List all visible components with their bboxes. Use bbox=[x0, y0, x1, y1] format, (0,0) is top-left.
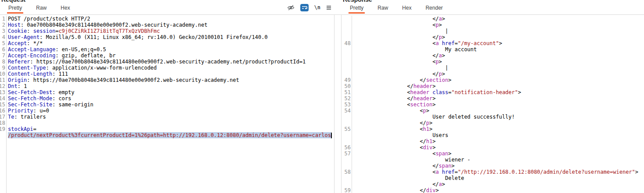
line-number bbox=[342, 59, 352, 65]
code-line: /product/nextProduct%3fcurrentProductId=… bbox=[0, 132, 334, 138]
line-number bbox=[342, 16, 352, 22]
code-line: wiener - bbox=[342, 157, 644, 163]
code-line: 5Accept: */* bbox=[0, 40, 334, 46]
code-line: 50 </header> bbox=[342, 83, 644, 89]
line-number: 50 bbox=[342, 83, 352, 89]
wrap-lines-icon[interactable] bbox=[300, 4, 309, 11]
line-number: 54 bbox=[342, 108, 352, 114]
line-number: 51 bbox=[342, 89, 352, 95]
code-line: Users bbox=[342, 132, 644, 138]
tab-raw[interactable]: Raw bbox=[376, 4, 389, 14]
tab-pretty[interactable]: Pretty bbox=[349, 4, 365, 14]
selected-text: /product/nextProduct%3fcurrentProductId=… bbox=[8, 132, 331, 138]
code-line: 55 <h1> bbox=[342, 126, 644, 132]
code-line: 11Origin: https://0ae700b8048e349c811448… bbox=[0, 77, 334, 83]
code-line: 6Accept-Language: en-US,en;q=0.5 bbox=[0, 46, 334, 53]
line-number: 14 bbox=[0, 95, 6, 102]
code-line: 15Sec-Fetch-Site: same-origin bbox=[0, 102, 334, 108]
code-line: </span> bbox=[342, 163, 644, 169]
code-line: 59 </div> bbox=[342, 187, 644, 193]
eye-slash-icon[interactable] bbox=[287, 4, 295, 11]
line-number: 16 bbox=[0, 108, 6, 114]
request-panel-title: Request bbox=[1, 0, 25, 3]
line-number: 58 bbox=[342, 169, 352, 175]
code-line: 3Cookie: session=c9j0CZiRkI1Z7i8itTqT7Tx… bbox=[0, 28, 334, 34]
code-line: </a> bbox=[342, 53, 644, 59]
line-number: 1 bbox=[0, 16, 6, 22]
nonprintable-chars-icon[interactable]: \n bbox=[314, 4, 320, 11]
line-number: 19 bbox=[0, 126, 6, 132]
code-line: </h1> bbox=[342, 138, 644, 144]
code-line: <p> bbox=[342, 22, 644, 28]
code-line: 51 <header class="notification-header"> bbox=[342, 89, 644, 95]
line-number: 13 bbox=[0, 89, 6, 95]
line-number: 59 bbox=[342, 187, 352, 193]
code-line: 16Priority: u=0 bbox=[0, 108, 334, 114]
code-line: 52 </header> bbox=[342, 95, 644, 102]
code-line: 9Content-Type: application/x-www-form-ur… bbox=[0, 65, 334, 71]
line-number: 7 bbox=[0, 53, 6, 59]
code-line: </p> bbox=[342, 71, 644, 77]
line-number bbox=[342, 114, 352, 120]
line-number: 56 bbox=[342, 144, 352, 151]
line-number bbox=[342, 163, 352, 169]
code-line: 58 <a href="/http://192.168.0.12:8080/ad… bbox=[342, 169, 644, 175]
line-number bbox=[342, 175, 352, 181]
line-number bbox=[342, 157, 352, 163]
code-line: | bbox=[342, 65, 644, 71]
code-line: 57 <span> bbox=[342, 151, 644, 157]
code-line: 8Referer: https://0ae700b8048e349c811448… bbox=[0, 59, 334, 65]
line-number: 18 bbox=[0, 120, 6, 126]
line-number: 15 bbox=[0, 102, 6, 108]
panel-splitter-left-edge[interactable] bbox=[334, 15, 334, 193]
code-line: 1POST /product/stock HTTP/2 bbox=[0, 16, 334, 22]
line-number: 55 bbox=[342, 126, 352, 132]
request-editor-toolbar: \n bbox=[287, 3, 331, 12]
code-line: </p> bbox=[342, 34, 644, 40]
code-line: | bbox=[342, 28, 644, 34]
response-editor[interactable]: </a> <p> | </p>48 <a href="/my-account">… bbox=[342, 16, 644, 193]
line-number bbox=[342, 22, 352, 28]
code-line: 18 bbox=[0, 120, 334, 126]
line-number bbox=[342, 53, 352, 59]
tab-render[interactable]: Render bbox=[424, 4, 444, 14]
code-line: 17Te: trailers bbox=[0, 114, 334, 120]
tab-hex[interactable]: Hex bbox=[59, 4, 71, 14]
line-number: 48 bbox=[342, 40, 352, 46]
code-line: </p> bbox=[342, 120, 644, 126]
code-line: 49 </section> bbox=[342, 77, 644, 83]
code-line: 12Dnt: 1 bbox=[0, 83, 334, 89]
code-line: Delete bbox=[342, 175, 644, 181]
request-editor[interactable]: 1POST /product/stock HTTP/22Host: 0ae700… bbox=[0, 16, 334, 193]
line-number bbox=[342, 120, 352, 126]
code-line: 10Content-Length: 111 bbox=[0, 71, 334, 77]
line-number: 17 bbox=[0, 114, 6, 120]
code-line: 14Sec-Fetch-Mode: cors bbox=[0, 95, 334, 102]
line-number: 10 bbox=[0, 71, 6, 77]
line-number bbox=[342, 65, 352, 71]
tab-pretty[interactable]: Pretty bbox=[7, 4, 23, 14]
line-number bbox=[342, 34, 352, 40]
tab-hex[interactable]: Hex bbox=[401, 4, 413, 14]
code-line: 53 <section> bbox=[342, 102, 644, 108]
code-line: 19stockApi= bbox=[0, 126, 334, 132]
line-number: 6 bbox=[0, 46, 6, 53]
editor-menu-icon[interactable] bbox=[326, 5, 331, 10]
code-line: 7Accept-Encoding: gzip, deflate, br bbox=[0, 53, 334, 59]
tab-raw[interactable]: Raw bbox=[35, 4, 48, 14]
code-line: </a> bbox=[342, 181, 644, 187]
response-panel-header: Response PrettyRawHexRender bbox=[342, 0, 644, 14]
line-number: 12 bbox=[0, 83, 6, 89]
code-line: 56 <div> bbox=[342, 144, 644, 151]
request-panel: Request PrettyRawHex \n bbox=[0, 0, 334, 193]
text-caret bbox=[331, 133, 332, 138]
line-number: 52 bbox=[342, 95, 352, 102]
request-tabs: PrettyRawHex bbox=[7, 4, 71, 14]
line-number bbox=[342, 132, 352, 138]
line-number: 2 bbox=[0, 22, 6, 28]
line-number bbox=[0, 132, 6, 138]
line-number: 9 bbox=[0, 65, 6, 71]
line-number bbox=[342, 181, 352, 187]
line-number bbox=[342, 46, 352, 53]
line-number: 49 bbox=[342, 77, 352, 83]
